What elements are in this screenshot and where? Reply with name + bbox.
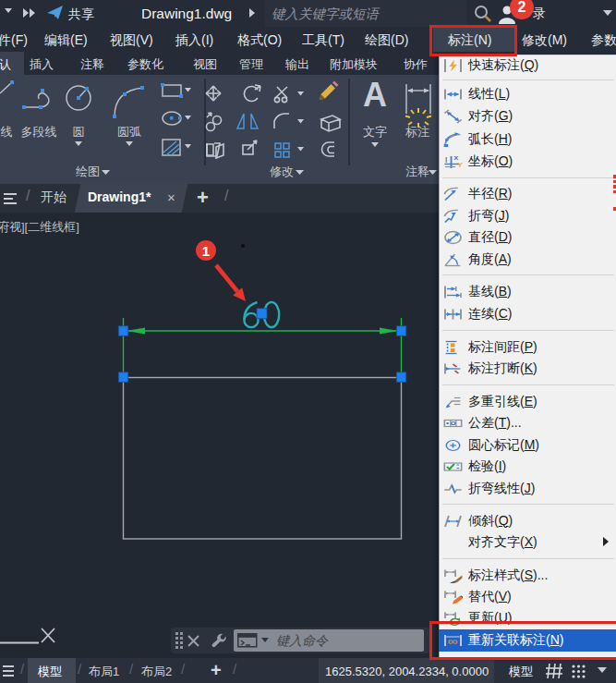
svg-text:1: 1	[202, 243, 210, 259]
svg-text:线: 线	[1, 125, 13, 139]
svg-text:圆弧: 圆弧	[117, 125, 141, 139]
svg-text:府视][二维线框]: 府视][二维线框]	[0, 220, 79, 234]
svg-text:多段线: 多段线	[21, 125, 57, 139]
svg-text:圆: 圆	[73, 125, 85, 139]
svg-text:文字: 文字	[363, 125, 387, 139]
svg-text:绘图: 绘图	[76, 165, 100, 178]
svg-text:注释: 注释	[405, 165, 429, 178]
svg-text:修改: 修改	[270, 165, 294, 178]
svg-text:Y: Y	[457, 162, 463, 168]
svg-text:x: x	[453, 154, 459, 162]
svg-text:A: A	[363, 76, 387, 114]
